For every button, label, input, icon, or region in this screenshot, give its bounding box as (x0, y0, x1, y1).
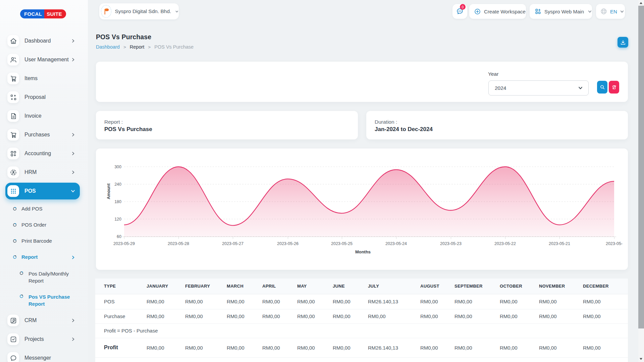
svg-text:300: 300 (114, 165, 121, 169)
svg-text:2023-05-24: 2023-05-24 (385, 241, 407, 246)
svg-text:120: 120 (114, 217, 121, 222)
svg-text:2023-05-29: 2023-05-29 (113, 241, 135, 246)
svg-text:60: 60 (117, 234, 121, 239)
svg-text:2023-05-21: 2023-05-21 (549, 241, 570, 246)
svg-text:2023-05-23: 2023-05-23 (440, 241, 462, 246)
svg-text:180: 180 (114, 199, 121, 204)
svg-text:Amount: Amount (106, 183, 111, 199)
svg-text:2023-05-28: 2023-05-28 (168, 241, 189, 246)
svg-text:Months: Months (355, 249, 371, 254)
svg-text:240: 240 (114, 182, 121, 187)
svg-text:2023-05-: 2023-05- (606, 241, 623, 246)
svg-text:2023-05-26: 2023-05-26 (277, 241, 299, 246)
svg-text:2023-05-25: 2023-05-25 (331, 241, 353, 246)
svg-text:2023-05-22: 2023-05-22 (494, 241, 516, 246)
svg-text:2023-05-27: 2023-05-27 (222, 241, 244, 246)
